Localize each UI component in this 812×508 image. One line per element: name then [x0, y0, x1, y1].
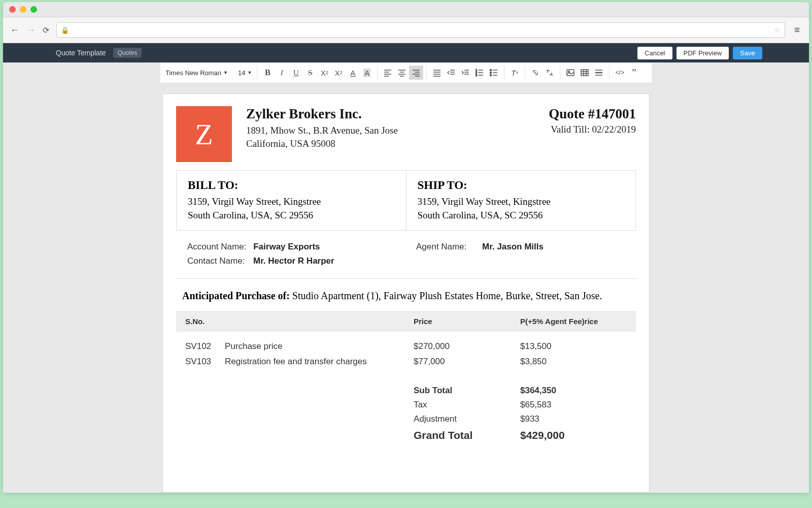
url-bar[interactable]: 🔒 ☆ [56, 22, 785, 38]
ship-to-title: SHIP TO: [418, 179, 625, 192]
lock-icon: 🔒 [61, 26, 69, 34]
contact-name-label: Contact Name: [187, 256, 246, 266]
italic-button[interactable]: I [275, 66, 289, 80]
subtotal-label: Sub Total [414, 386, 520, 396]
adjustment-row: .. Adjustment $933 [185, 412, 627, 426]
account-name-value: Fairway Exports [253, 242, 320, 252]
agent-name-value: Mr. Jason Mills [482, 242, 544, 252]
text-color-button[interactable]: A [346, 66, 360, 80]
company-address-line1: 1891, Mhow St., B.R Avenue, San Jose [246, 124, 534, 137]
table-button[interactable] [578, 66, 592, 80]
bold-button[interactable]: B [260, 66, 275, 80]
outdent-button[interactable] [444, 66, 458, 80]
link-button[interactable] [528, 66, 543, 80]
forward-button[interactable]: → [26, 25, 36, 36]
cell-price: $270,000 [414, 341, 520, 352]
tax-row: .. Tax $65,583 [185, 398, 627, 412]
tax-value: $65,583 [520, 400, 627, 410]
reload-button[interactable]: ⟳ [43, 25, 49, 35]
horizontal-rule-button[interactable] [592, 66, 606, 80]
grand-total-value: $429,000 [520, 429, 627, 441]
grand-total-row: .. Grand Total $429,000 [185, 426, 627, 443]
cancel-button[interactable]: Cancel [637, 47, 672, 59]
font-family-select[interactable]: Times New Roman ▼ [160, 67, 233, 79]
unordered-list-button[interactable] [487, 66, 501, 80]
font-size-select[interactable]: 14 ▼ [233, 67, 257, 79]
strikethrough-button[interactable]: S [303, 66, 317, 80]
adjustment-label: Adjustment [414, 414, 520, 424]
document-canvas[interactable]: Z Zylker Brokers Inc. 1891, Mhow St., B.… [162, 93, 650, 493]
cell-fee: $3,850 [520, 357, 627, 367]
align-justify-button[interactable] [430, 66, 444, 80]
bookmark-star-icon[interactable]: ☆ [774, 25, 781, 35]
quote-valid-till: Valid Till: 02/22/2019 [549, 124, 636, 135]
cell-fee: $13,500 [520, 341, 627, 352]
clear-format-button[interactable]: T× [507, 66, 522, 80]
cell-sno: SV103 [185, 357, 225, 367]
quote-number: Quote #147001 [549, 106, 636, 122]
context-badge[interactable]: Quotes [113, 48, 142, 58]
page-title: Quote Template [10, 49, 106, 57]
bill-to-line2: South Carolina, USA, SC 29556 [188, 209, 395, 223]
purchase-description: Anticipated Purchase of: Studio Apartmen… [176, 279, 636, 311]
company-logo: Z [176, 106, 232, 162]
underline-button[interactable]: U [289, 66, 303, 80]
bill-to-line1: 3159, Virgil Way Street, Kingstree [188, 195, 395, 209]
bill-to-title: BILL TO: [188, 179, 395, 192]
align-center-button[interactable] [395, 66, 409, 80]
ship-to-box: SHIP TO: 3159, Virgil Way Street, Kingst… [407, 171, 636, 230]
svg-point-28 [490, 70, 492, 71]
grand-total-label: Grand Total [414, 429, 520, 441]
agent-name-label: Agent Name: [416, 242, 475, 252]
window-close-icon[interactable] [9, 6, 16, 13]
back-button[interactable]: ← [10, 25, 19, 36]
svg-point-35 [568, 71, 570, 73]
contact-name-value: Mr. Hector R Harper [253, 256, 334, 266]
header-fee: P(+5% Agent Fee)rice [520, 317, 627, 326]
account-name-label: Account Name: [187, 242, 246, 252]
indent-button[interactable] [458, 66, 472, 80]
code-view-button[interactable]: </> [613, 66, 627, 80]
save-button[interactable]: Save [733, 47, 762, 59]
cell-desc: Purchase price [225, 341, 414, 352]
svg-text:3: 3 [476, 74, 477, 77]
window-controls [3, 2, 809, 17]
unlink-button[interactable] [543, 66, 557, 80]
purchase-label: Anticipated Purchase of: [182, 290, 290, 301]
tax-label: Tax [414, 400, 520, 410]
superscript-button[interactable]: X2 [331, 66, 346, 80]
ordered-list-button[interactable]: 123 [472, 66, 487, 80]
window-maximize-icon[interactable] [30, 6, 37, 13]
logo-letter: Z [195, 117, 213, 151]
svg-point-30 [490, 72, 492, 74]
window-minimize-icon[interactable] [20, 6, 26, 13]
subtotal-value: $364,350 [520, 386, 627, 396]
bill-to-box: BILL TO: 3159, Virgil Way Street, Kingst… [177, 171, 407, 230]
blockquote-button[interactable]: ” [627, 66, 641, 80]
cell-desc: Registration fee and transfer charges [225, 357, 414, 367]
chevron-down-icon: ▼ [223, 70, 228, 75]
chevron-down-icon: ▼ [247, 70, 252, 75]
font-size-label: 14 [238, 69, 245, 77]
align-right-button[interactable] [409, 66, 423, 80]
svg-point-32 [490, 75, 492, 76]
ship-to-line1: 3159, Virgil Way Street, Kingstree [418, 195, 625, 209]
font-family-label: Times New Roman [165, 69, 221, 77]
subtotal-row: .. Sub Total $364,350 [185, 384, 627, 398]
cell-price: $77,000 [414, 357, 520, 367]
purchase-text: Studio Apartment (1), Fairway Plush Esta… [292, 290, 602, 301]
subscript-button[interactable]: X2 [317, 66, 331, 80]
align-left-button[interactable] [381, 66, 395, 80]
image-button[interactable] [563, 66, 578, 80]
table-row: SV102 Purchase price $270,000 $13,500 [185, 339, 627, 354]
header-price: Price [414, 317, 520, 326]
table-header: S.No. Price P(+5% Agent Fee)rice [176, 311, 636, 332]
editor-toolbar: Times New Roman ▼ 14 ▼ B I U S X2 X2 A A… [160, 62, 652, 83]
app-bar: Quote Template Quotes Cancel PDF Preview… [3, 43, 809, 62]
browser-menu-icon[interactable]: ≡ [792, 24, 802, 36]
company-name: Zylker Brokers Inc. [246, 106, 534, 122]
highlight-color-button[interactable]: A [360, 66, 374, 80]
svg-rect-36 [581, 70, 588, 76]
cell-sno: SV102 [185, 341, 225, 352]
pdf-preview-button[interactable]: PDF Preview [676, 47, 729, 59]
